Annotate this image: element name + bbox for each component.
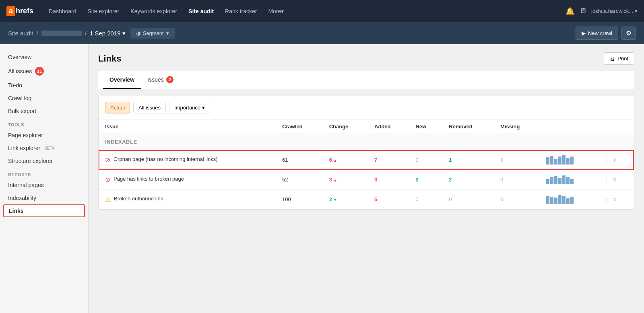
logo-hrefs-text: hrefs	[16, 7, 33, 15]
table-row[interactable]: ⊘ Page has links to broken page 52 3 3	[99, 170, 634, 189]
row-change: 3	[323, 170, 368, 189]
sidebar-item-todo[interactable]: To-do	[0, 79, 88, 92]
up-arrow-icon	[333, 177, 337, 183]
print-button[interactable]: 🖨 Print	[604, 52, 634, 65]
row-expand-button[interactable]: ∨	[613, 196, 617, 202]
row-change: 2	[323, 189, 368, 209]
nav-site-explorer[interactable]: Site explorer	[82, 0, 125, 22]
sidebar-item-links[interactable]: Links	[3, 204, 85, 217]
row-removed: 0	[442, 189, 494, 209]
segment-chevron-icon: ▾	[166, 30, 169, 36]
filter-importance[interactable]: Importance ▾	[169, 102, 210, 113]
sidebar-item-overview[interactable]: Overview	[0, 51, 88, 64]
row-missing: 0	[494, 189, 540, 209]
tools-section-label: TOOLS	[0, 117, 88, 129]
sidebar-item-crawl-log[interactable]: Crawl log	[0, 92, 88, 105]
row-added: 7	[368, 150, 409, 170]
monitor-icon[interactable]: 🖥	[579, 7, 586, 15]
row-missing: 0	[494, 150, 540, 170]
nav-dashboard[interactable]: Dashboard	[43, 0, 82, 22]
down-arrow-icon	[333, 196, 337, 202]
settings-button[interactable]: ⚙	[621, 27, 636, 40]
nav-more[interactable]: More ▾	[262, 0, 289, 22]
mini-bar-chart	[546, 155, 590, 165]
nav-keywords-explorer[interactable]: Keywords explorer	[125, 0, 183, 22]
row-more-button[interactable]: ⋮	[603, 156, 609, 164]
row-more-button[interactable]: ⋮	[603, 176, 609, 183]
tab-overview[interactable]: Overview	[103, 71, 141, 89]
section-label-indexable: INDEXABLE	[99, 134, 634, 150]
col-issue: Issue	[99, 119, 276, 134]
sidebar-item-bulk-export[interactable]: Bulk export	[0, 105, 88, 117]
row-missing: 0	[494, 170, 540, 189]
user-chevron-icon: ▾	[635, 8, 638, 14]
play-icon: ▶	[582, 30, 586, 36]
error-icon: ⊘	[105, 156, 110, 164]
row-chart	[540, 150, 597, 170]
row-issue-cell: ⊘ Page has links to broken page	[99, 170, 276, 189]
col-new: New	[409, 119, 442, 134]
sidebar-item-internal-pages[interactable]: Internal pages	[0, 179, 88, 192]
print-icon: 🖨	[610, 56, 615, 62]
bell-icon[interactable]: 🔔	[566, 7, 574, 16]
col-removed: Removed	[442, 119, 494, 134]
row-crawled: 52	[276, 170, 323, 189]
sidebar: Overview All issues 11 To-do Crawl log B…	[0, 44, 89, 313]
nav-rank-tracker[interactable]: Rank tracker	[219, 0, 262, 22]
mini-bar-chart	[546, 175, 590, 184]
row-change: 6	[323, 150, 368, 170]
sub-right-actions: ▶ New crawl ⚙	[576, 27, 636, 40]
col-added: Added	[368, 119, 409, 134]
nav-right: 🔔 🖥 joshua.hardwick... ▾	[566, 7, 638, 16]
user-menu[interactable]: joshua.hardwick... ▾	[591, 8, 638, 14]
date-chevron-icon: ▾	[122, 30, 126, 37]
row-added: 5	[368, 189, 409, 209]
row-expand-button[interactable]: ∨	[613, 176, 617, 183]
col-crawled: Crawled	[276, 119, 323, 134]
row-chart	[540, 189, 597, 209]
segment-button[interactable]: ◑ Segment ▾	[130, 28, 175, 39]
sidebar-item-page-explorer[interactable]: Page explorer	[0, 129, 88, 142]
tabs: Overview Issues 2	[98, 71, 634, 89]
row-expand-button[interactable]: ∨	[613, 156, 617, 163]
sidebar-item-indexability[interactable]: Indexability	[0, 192, 88, 204]
page-title: Links	[98, 54, 121, 64]
main-layout: Overview All issues 11 To-do Crawl log B…	[0, 44, 644, 313]
sidebar-item-all-issues[interactable]: All issues 11	[0, 64, 88, 79]
importance-chevron-icon: ▾	[202, 105, 205, 111]
col-change: Change	[323, 119, 368, 134]
breadcrumb: Site audit / / 1 Sep 2019 ▾	[8, 30, 126, 37]
sidebar-item-link-explorer[interactable]: Link explorer BETA	[0, 142, 88, 154]
reports-section-label: REPORTS	[0, 167, 88, 179]
issues-tab-badge: 2	[166, 76, 173, 83]
filter-actual[interactable]: Actual	[105, 102, 130, 113]
all-issues-badge: 11	[35, 67, 44, 76]
table-row[interactable]: ⊘ Orphan page (has no incoming internal …	[99, 150, 634, 170]
row-crawled: 100	[276, 189, 323, 209]
row-new: 0	[409, 150, 442, 170]
row-issue-cell: ⊘ Orphan page (has no incoming internal …	[99, 150, 276, 170]
row-actions-cell: ⋮ ∨	[597, 150, 634, 170]
table-header-row: Issue Crawled Change Added New Removed M…	[99, 119, 634, 134]
row-more-button[interactable]: ⋮	[603, 196, 609, 203]
filter-all-issues[interactable]: All issues	[133, 102, 166, 113]
sidebar-item-structure-explorer[interactable]: Structure explorer	[0, 154, 88, 167]
row-new: 0	[409, 189, 442, 209]
logo[interactable]: a hrefs	[6, 6, 33, 16]
sub-header: Site audit / / 1 Sep 2019 ▾ ◑ Segment ▾ …	[0, 22, 644, 44]
new-crawl-button[interactable]: ▶ New crawl	[576, 27, 618, 40]
content-header: Links 🖨 Print	[98, 52, 634, 65]
row-actions-cell: ⋮ ∨	[597, 170, 634, 189]
filter-bar: Actual All issues Importance ▾	[99, 96, 634, 119]
breadcrumb-sep-1: /	[37, 30, 38, 37]
row-removed: 2	[442, 170, 494, 189]
col-missing: Missing	[494, 119, 540, 134]
table-row[interactable]: ⚠ Broken outbound link 100 2 5 0	[99, 189, 634, 209]
breadcrumb-date[interactable]: 1 Sep 2019 ▾	[90, 30, 126, 37]
tab-issues[interactable]: Issues 2	[141, 71, 180, 89]
chevron-down-icon: ▾	[281, 8, 284, 14]
section-indexable: INDEXABLE	[99, 134, 634, 150]
col-chart	[540, 119, 597, 134]
breadcrumb-site-audit[interactable]: Site audit	[8, 30, 33, 37]
nav-site-audit[interactable]: Site audit	[183, 0, 219, 22]
